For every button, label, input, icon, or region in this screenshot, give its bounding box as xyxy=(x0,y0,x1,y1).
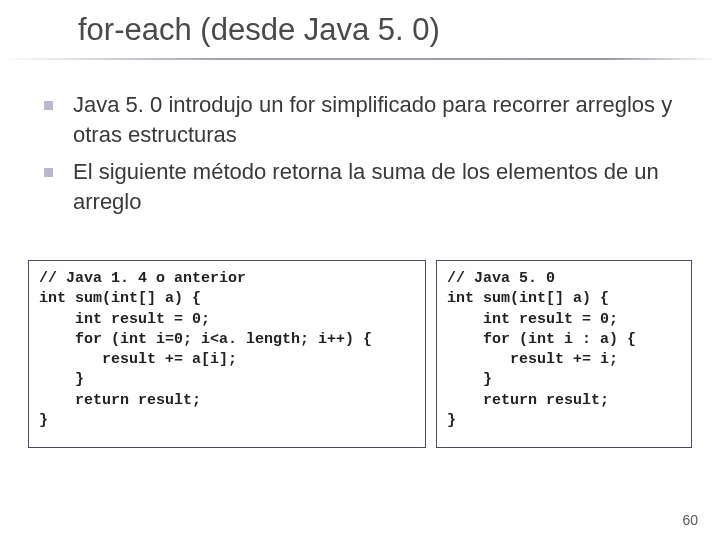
code-row: // Java 1. 4 o anterior int sum(int[] a)… xyxy=(28,260,700,448)
bullet-text: Java 5. 0 introdujo un for simplificado … xyxy=(73,90,692,149)
code-block-java50: // Java 5. 0 int sum(int[] a) { int resu… xyxy=(436,260,692,448)
list-item: Java 5. 0 introdujo un for simplificado … xyxy=(44,90,692,149)
square-bullet-icon xyxy=(44,101,53,110)
code-block-java14: // Java 1. 4 o anterior int sum(int[] a)… xyxy=(28,260,426,448)
slide-title: for-each (desde Java 5. 0) xyxy=(78,12,720,48)
bullet-list: Java 5. 0 introdujo un for simplificado … xyxy=(44,90,692,225)
list-item: El siguiente método retorna la suma de l… xyxy=(44,157,692,216)
title-underline xyxy=(10,58,714,60)
page-number: 60 xyxy=(682,512,698,528)
slide: for-each (desde Java 5. 0) Java 5. 0 int… xyxy=(0,0,720,540)
bullet-text: El siguiente método retorna la suma de l… xyxy=(73,157,692,216)
square-bullet-icon xyxy=(44,168,53,177)
title-area: for-each (desde Java 5. 0) xyxy=(0,6,720,48)
